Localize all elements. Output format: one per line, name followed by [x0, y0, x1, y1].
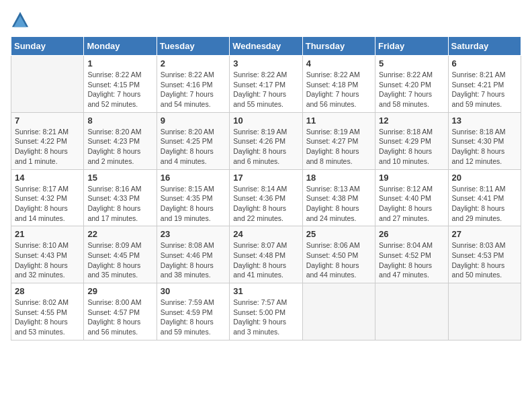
day-number: 19	[379, 173, 444, 183]
day-number: 11	[306, 116, 371, 126]
day-info: Sunrise: 8:14 AM Sunset: 4:36 PM Dayligh…	[233, 184, 298, 224]
day-info: Sunrise: 8:22 AM Sunset: 4:20 PM Dayligh…	[379, 70, 444, 109]
day-number: 2	[161, 58, 226, 68]
day-info: Sunrise: 8:22 AM Sunset: 4:16 PM Dayligh…	[161, 70, 226, 109]
day-number: 14	[15, 173, 80, 183]
calendar-cell: 9Sunrise: 8:20 AM Sunset: 4:25 PM Daylig…	[157, 112, 229, 169]
day-info: Sunrise: 8:16 AM Sunset: 4:33 PM Dayligh…	[87, 184, 152, 224]
calendar: SundayMondayTuesdayWednesdayThursdayFrid…	[11, 36, 521, 340]
day-info: Sunrise: 8:06 AM Sunset: 4:50 PM Dayligh…	[306, 240, 371, 280]
day-number: 6	[452, 58, 517, 68]
day-info: Sunrise: 8:02 AM Sunset: 4:55 PM Dayligh…	[15, 298, 80, 337]
day-of-week-tuesday: Tuesday	[157, 37, 229, 56]
day-number: 10	[233, 116, 298, 126]
calendar-week-row: 14Sunrise: 8:17 AM Sunset: 4:32 PM Dayli…	[11, 169, 521, 226]
day-number: 13	[452, 116, 517, 126]
day-number: 5	[379, 58, 444, 68]
day-of-week-saturday: Saturday	[448, 37, 521, 56]
day-info: Sunrise: 7:59 AM Sunset: 4:59 PM Dayligh…	[161, 298, 226, 337]
day-info: Sunrise: 8:10 AM Sunset: 4:43 PM Dayligh…	[15, 240, 80, 280]
calendar-cell: 16Sunrise: 8:15 AM Sunset: 4:35 PM Dayli…	[157, 169, 229, 226]
calendar-cell: 6Sunrise: 8:21 AM Sunset: 4:21 PM Daylig…	[448, 56, 521, 113]
logo	[11, 11, 32, 30]
day-number: 4	[306, 58, 371, 68]
calendar-cell: 19Sunrise: 8:12 AM Sunset: 4:40 PM Dayli…	[375, 169, 448, 226]
calendar-cell	[11, 56, 84, 113]
day-info: Sunrise: 8:12 AM Sunset: 4:40 PM Dayligh…	[379, 184, 444, 224]
calendar-cell: 29Sunrise: 8:00 AM Sunset: 4:57 PM Dayli…	[84, 283, 157, 340]
day-number: 3	[233, 58, 298, 68]
day-info: Sunrise: 8:20 AM Sunset: 4:25 PM Dayligh…	[161, 127, 226, 167]
day-number: 7	[15, 116, 80, 126]
day-info: Sunrise: 8:15 AM Sunset: 4:35 PM Dayligh…	[161, 184, 226, 224]
day-info: Sunrise: 8:19 AM Sunset: 4:27 PM Dayligh…	[306, 127, 371, 167]
day-number: 27	[452, 229, 517, 239]
calendar-header-row: SundayMondayTuesdayWednesdayThursdayFrid…	[11, 37, 521, 56]
day-number: 26	[379, 229, 444, 239]
day-number: 21	[15, 229, 80, 239]
calendar-cell: 10Sunrise: 8:19 AM Sunset: 4:26 PM Dayli…	[230, 112, 302, 169]
calendar-cell: 23Sunrise: 8:08 AM Sunset: 4:46 PM Dayli…	[157, 226, 229, 283]
day-info: Sunrise: 8:07 AM Sunset: 4:48 PM Dayligh…	[233, 240, 298, 280]
day-number: 18	[306, 173, 371, 183]
calendar-cell: 5Sunrise: 8:22 AM Sunset: 4:20 PM Daylig…	[375, 56, 448, 113]
day-of-week-friday: Friday	[375, 37, 448, 56]
day-number: 1	[87, 58, 152, 68]
day-of-week-thursday: Thursday	[302, 37, 375, 56]
calendar-cell: 3Sunrise: 8:22 AM Sunset: 4:17 PM Daylig…	[230, 56, 302, 113]
day-of-week-wednesday: Wednesday	[230, 37, 302, 56]
calendar-cell: 11Sunrise: 8:19 AM Sunset: 4:27 PM Dayli…	[302, 112, 375, 169]
calendar-cell: 8Sunrise: 8:20 AM Sunset: 4:23 PM Daylig…	[84, 112, 157, 169]
calendar-cell: 28Sunrise: 8:02 AM Sunset: 4:55 PM Dayli…	[11, 283, 84, 340]
calendar-cell: 25Sunrise: 8:06 AM Sunset: 4:50 PM Dayli…	[302, 226, 375, 283]
calendar-cell: 15Sunrise: 8:16 AM Sunset: 4:33 PM Dayli…	[84, 169, 157, 226]
calendar-week-row: 1Sunrise: 8:22 AM Sunset: 4:15 PM Daylig…	[11, 56, 521, 113]
day-number: 20	[452, 173, 517, 183]
day-info: Sunrise: 8:08 AM Sunset: 4:46 PM Dayligh…	[161, 240, 226, 280]
day-info: Sunrise: 7:57 AM Sunset: 5:00 PM Dayligh…	[233, 298, 298, 337]
calendar-cell: 7Sunrise: 8:21 AM Sunset: 4:22 PM Daylig…	[11, 112, 84, 169]
day-number: 25	[306, 229, 371, 239]
logo-icon	[11, 11, 30, 30]
day-info: Sunrise: 8:04 AM Sunset: 4:52 PM Dayligh…	[379, 240, 444, 280]
day-info: Sunrise: 8:21 AM Sunset: 4:21 PM Dayligh…	[452, 70, 517, 109]
day-info: Sunrise: 8:22 AM Sunset: 4:17 PM Dayligh…	[233, 70, 298, 109]
page-header	[11, 11, 521, 30]
calendar-cell: 17Sunrise: 8:14 AM Sunset: 4:36 PM Dayli…	[230, 169, 302, 226]
calendar-cell: 21Sunrise: 8:10 AM Sunset: 4:43 PM Dayli…	[11, 226, 84, 283]
day-info: Sunrise: 8:13 AM Sunset: 4:38 PM Dayligh…	[306, 184, 371, 224]
day-info: Sunrise: 8:19 AM Sunset: 4:26 PM Dayligh…	[233, 127, 298, 167]
calendar-week-row: 7Sunrise: 8:21 AM Sunset: 4:22 PM Daylig…	[11, 112, 521, 169]
day-number: 24	[233, 229, 298, 239]
day-number: 12	[379, 116, 444, 126]
calendar-week-row: 28Sunrise: 8:02 AM Sunset: 4:55 PM Dayli…	[11, 283, 521, 340]
day-info: Sunrise: 8:18 AM Sunset: 4:30 PM Dayligh…	[452, 127, 517, 167]
day-number: 28	[15, 286, 80, 296]
day-info: Sunrise: 8:18 AM Sunset: 4:29 PM Dayligh…	[379, 127, 444, 167]
day-info: Sunrise: 8:03 AM Sunset: 4:53 PM Dayligh…	[452, 240, 517, 280]
calendar-cell: 20Sunrise: 8:11 AM Sunset: 4:41 PM Dayli…	[448, 169, 521, 226]
day-of-week-sunday: Sunday	[11, 37, 84, 56]
calendar-cell: 4Sunrise: 8:22 AM Sunset: 4:18 PM Daylig…	[302, 56, 375, 113]
day-number: 9	[161, 116, 226, 126]
day-number: 8	[87, 116, 152, 126]
day-info: Sunrise: 8:20 AM Sunset: 4:23 PM Dayligh…	[87, 127, 152, 167]
day-info: Sunrise: 8:09 AM Sunset: 4:45 PM Dayligh…	[87, 240, 152, 280]
day-of-week-monday: Monday	[84, 37, 157, 56]
day-number: 23	[161, 229, 226, 239]
day-info: Sunrise: 8:22 AM Sunset: 4:15 PM Dayligh…	[87, 70, 152, 109]
calendar-week-row: 21Sunrise: 8:10 AM Sunset: 4:43 PM Dayli…	[11, 226, 521, 283]
calendar-cell: 27Sunrise: 8:03 AM Sunset: 4:53 PM Dayli…	[448, 226, 521, 283]
day-info: Sunrise: 8:17 AM Sunset: 4:32 PM Dayligh…	[15, 184, 80, 224]
calendar-cell	[375, 283, 448, 340]
day-number: 17	[233, 173, 298, 183]
day-info: Sunrise: 8:22 AM Sunset: 4:18 PM Dayligh…	[306, 70, 371, 109]
day-number: 30	[161, 286, 226, 296]
day-number: 15	[87, 173, 152, 183]
day-number: 22	[87, 229, 152, 239]
day-info: Sunrise: 8:11 AM Sunset: 4:41 PM Dayligh…	[452, 184, 517, 224]
calendar-cell: 26Sunrise: 8:04 AM Sunset: 4:52 PM Dayli…	[375, 226, 448, 283]
calendar-cell: 2Sunrise: 8:22 AM Sunset: 4:16 PM Daylig…	[157, 56, 229, 113]
calendar-cell: 12Sunrise: 8:18 AM Sunset: 4:29 PM Dayli…	[375, 112, 448, 169]
calendar-cell: 1Sunrise: 8:22 AM Sunset: 4:15 PM Daylig…	[84, 56, 157, 113]
